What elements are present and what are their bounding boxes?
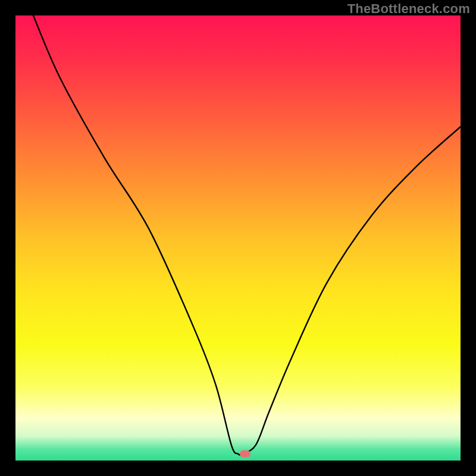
plot-background: [15, 15, 461, 461]
chart-frame: TheBottleneck.com: [0, 0, 476, 476]
watermark-label: TheBottleneck.com: [347, 1, 470, 17]
current-position-marker: [240, 450, 250, 458]
bottleneck-chart: [0, 0, 476, 476]
